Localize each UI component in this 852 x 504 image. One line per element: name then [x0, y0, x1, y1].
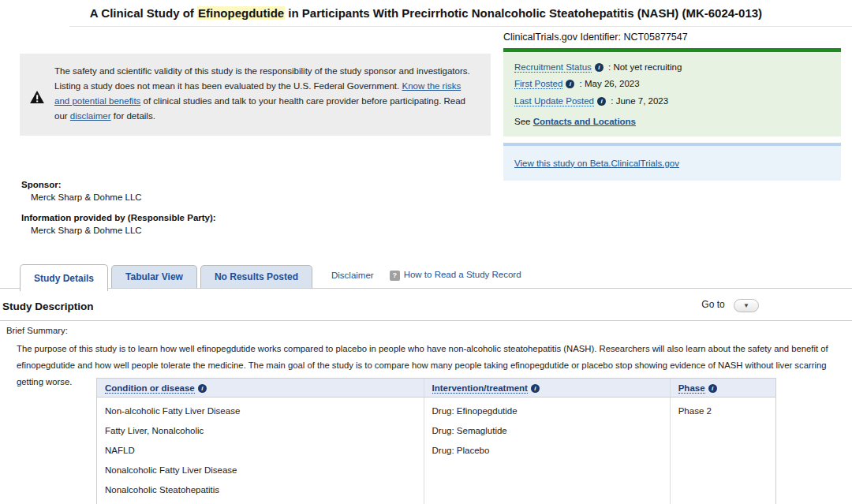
first-posted-value: May 26, 2023 — [585, 79, 640, 88]
see-contacts-line: See Contacts and Locations — [514, 117, 830, 126]
table-cell-line: Drug: Efinopegdutide — [432, 405, 662, 417]
nct-identifier-label: ClinicalTrials.gov Identifier: — [503, 32, 621, 43]
table-cell-line: Drug: Semaglutide — [432, 425, 662, 437]
phase-cell: Phase 2 — [671, 398, 775, 504]
table-cell-line: Non-alcoholic Fatty Liver Disease — [105, 405, 416, 417]
disclaimer-box: The safety and scientific validity of th… — [20, 54, 491, 136]
table-cell-line: Nonalcoholic Fatty Liver Disease — [105, 465, 416, 476]
goto-dropdown[interactable]: ▼ — [734, 299, 759, 312]
info-icon: i — [531, 384, 540, 393]
goto-label: Go to — [701, 299, 724, 310]
header-phase: Phasei — [671, 379, 775, 397]
recruitment-status-value: Not yet recruiting — [613, 62, 682, 72]
beta-study-link[interactable]: View this study on Beta.ClinicalTrials.g… — [514, 159, 679, 168]
first-posted-link[interactable]: First Posted — [514, 79, 562, 89]
responsible-party-name: Merck Sharp & Dohme LLC — [31, 226, 216, 235]
phase-header-link[interactable]: Phase — [678, 383, 705, 394]
study-description-section: Study Description Go to ▼ — [0, 299, 852, 321]
status-separator: : — [580, 79, 582, 88]
interventions-cell: Drug: EfinopegdutideDrug: SemaglutideDru… — [424, 398, 671, 504]
question-icon: ? — [390, 271, 400, 281]
table-cell-line: Fatty Liver, Nonalcoholic — [105, 425, 416, 437]
status-separator: : — [611, 96, 613, 106]
info-icon: i — [566, 80, 574, 88]
contacts-locations-link[interactable]: Contacts and Locations — [533, 117, 636, 126]
table-row: Non-alcoholic Fatty Liver DiseaseFatty L… — [97, 398, 775, 504]
conditions-cell: Non-alcoholic Fatty Liver DiseaseFatty L… — [97, 398, 424, 504]
recruitment-status-box: Recruitment Statusi : Not yet recruiting… — [503, 48, 841, 136]
table-cell-line: NAFLD — [105, 445, 416, 457]
how-to-read-label: How to Read a Study Record — [404, 270, 521, 279]
status-row-first-posted: First Postedi : May 26, 2023 — [514, 77, 830, 91]
info-icon: i — [595, 63, 604, 72]
tab-study-details[interactable]: Study Details — [20, 264, 108, 291]
intervention-header-link[interactable]: Intervention/treatment — [432, 383, 528, 394]
info-icon: i — [708, 384, 717, 393]
title-divider — [69, 26, 852, 27]
table-cell-line: Drug: Placebo — [432, 445, 662, 457]
warning-icon — [30, 91, 44, 103]
page-title-prefix: A Clinical Study of — [90, 6, 197, 20]
info-icon: i — [597, 97, 606, 106]
disclaimer-text-end: for details. — [111, 111, 155, 121]
status-row-last-update: Last Update Postedi : June 7, 2023 — [514, 95, 830, 108]
disclaimer-link[interactable]: disclaimer — [70, 111, 111, 121]
goto-control: Go to ▼ — [701, 299, 759, 312]
study-status-panel: ClinicalTrials.gov Identifier: NCT058775… — [503, 32, 841, 181]
tab-bar: Study Details Tabular View No Results Po… — [0, 263, 852, 289]
chevron-down-icon: ▼ — [743, 302, 749, 309]
recruitment-status-link[interactable]: Recruitment Status — [514, 62, 592, 73]
condition-header-link[interactable]: Condition or disease — [105, 383, 195, 394]
sponsor-label: Sponsor: — [21, 180, 216, 189]
page-title: A Clinical Study of Efinopegdutide in Pa… — [0, 6, 852, 20]
last-update-posted-value: June 7, 2023 — [616, 96, 669, 106]
table-header-row: Condition or diseasei Intervention/treat… — [97, 379, 775, 398]
tab-tabular-view[interactable]: Tabular View — [111, 265, 197, 288]
header-condition: Condition or diseasei — [97, 379, 424, 397]
tab-no-results-posted[interactable]: No Results Posted — [200, 265, 312, 288]
how-to-read-link[interactable]: ?How to Read a Study Record — [390, 270, 521, 282]
table-cell-line: Nonalcoholic Steatohepatitis — [105, 484, 416, 496]
status-separator: : — [608, 62, 611, 72]
table-cell-line: Phase 2 — [678, 405, 768, 417]
last-update-posted-link[interactable]: Last Update Posted — [514, 96, 594, 106]
study-description-heading: Study Description — [2, 301, 94, 312]
status-row-recruitment: Recruitment Statusi : Not yet recruiting — [514, 61, 830, 74]
nct-identifier: ClinicalTrials.gov Identifier: NCT058775… — [503, 32, 841, 43]
conditions-table: Condition or diseasei Intervention/treat… — [96, 378, 776, 504]
page-title-suffix: in Participants With Precirrhotic Nonalc… — [285, 6, 762, 20]
beta-site-box: View this study on Beta.ClinicalTrials.g… — [503, 143, 841, 181]
disclaimer-tab-link[interactable]: Disclaimer — [331, 271, 374, 282]
nct-identifier-value: NCT05877547 — [623, 32, 687, 43]
header-intervention: Intervention/treatmenti — [424, 379, 671, 397]
brief-summary-label: Brief Summary: — [6, 326, 849, 335]
see-prefix: See — [514, 117, 533, 126]
responsible-party-label: Information provided by (Responsible Par… — [21, 213, 216, 222]
page-title-highlight: Efinopegdutide — [197, 6, 285, 20]
sponsor-block: Sponsor: Merck Sharp & Dohme LLC Informa… — [21, 180, 216, 235]
info-icon: i — [198, 384, 207, 393]
sponsor-name: Merck Sharp & Dohme LLC — [31, 192, 216, 202]
